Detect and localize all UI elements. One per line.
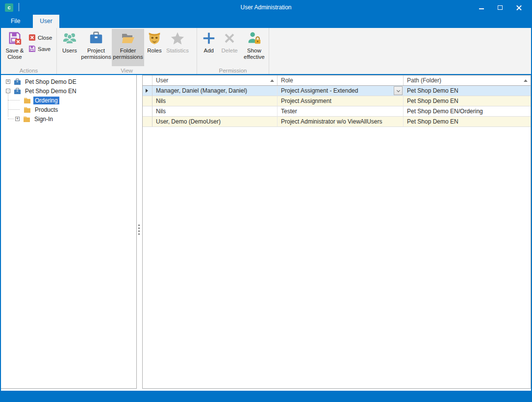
person-lock-icon bbox=[246, 30, 262, 46]
tab-user[interactable]: User bbox=[33, 15, 59, 28]
plus-icon bbox=[201, 30, 217, 46]
row-indicator bbox=[143, 96, 152, 106]
grid-cell-user[interactable]: User, Demo (DemoUser) bbox=[152, 117, 278, 127]
folder-permissions-label: Folder permissions bbox=[112, 48, 144, 60]
tree-connector bbox=[8, 119, 14, 119]
maximize-icon bbox=[498, 5, 503, 10]
folder-tree: + Pet Shop Demo DE - bbox=[1, 75, 137, 389]
mask-icon bbox=[147, 30, 162, 46]
grid-cell-path[interactable]: Pet Shop Demo EN bbox=[404, 96, 531, 106]
close-window-button[interactable] bbox=[509, 0, 528, 15]
grid-cell-user[interactable]: Manager, Daniel (Manager, Daniel) bbox=[152, 86, 278, 96]
roles-label: Roles bbox=[147, 48, 161, 54]
minimize-button[interactable] bbox=[472, 0, 491, 15]
tree-item-label-selected: Ordering bbox=[33, 97, 59, 104]
folder-icon bbox=[23, 116, 30, 123]
grid-cell-path[interactable]: Pet Shop Demo EN bbox=[404, 117, 531, 127]
grid-cell-user[interactable]: Nils bbox=[152, 96, 278, 106]
grid-header-row: User Role Path (Folder) bbox=[143, 75, 531, 86]
tree-item-products[interactable]: Products bbox=[1, 105, 136, 114]
close-label: Close bbox=[38, 35, 52, 41]
folder-icon bbox=[24, 97, 31, 104]
show-effective-label: Show effective bbox=[241, 48, 268, 60]
grid-cell-path[interactable]: Pet Shop Demo EN/Ordering bbox=[404, 106, 531, 117]
roles-button[interactable]: Roles bbox=[144, 29, 165, 66]
tree-item-ordering[interactable]: Ordering bbox=[1, 96, 136, 105]
grid-cell-role[interactable]: Tester bbox=[278, 106, 404, 117]
group-label-permission: Permission bbox=[197, 68, 269, 74]
tree-item-sign-in[interactable]: + Sign-In bbox=[1, 114, 136, 124]
window-title: User Administration bbox=[0, 0, 532, 15]
x-icon bbox=[222, 30, 237, 46]
group-label-view: View bbox=[57, 68, 197, 74]
row-indicator bbox=[143, 117, 152, 127]
delete-button: Delete bbox=[218, 29, 240, 66]
grid-header-indicator bbox=[143, 75, 152, 85]
ribbon: Save & Close Close bbox=[0, 28, 532, 75]
ribbon-tab-bar: File User bbox=[0, 15, 532, 28]
grid-header-user[interactable]: User bbox=[152, 75, 278, 85]
open-folder-icon bbox=[120, 30, 136, 46]
current-row-icon bbox=[146, 89, 148, 93]
permissions-grid: User Role Path (Folder) Manager, Daniel … bbox=[142, 75, 531, 389]
tree-item-label: Pet Shop Demo DE bbox=[24, 78, 78, 86]
collapse-icon[interactable]: - bbox=[6, 89, 10, 93]
window-controls bbox=[472, 0, 528, 15]
statistics-label: Statistics bbox=[166, 48, 189, 54]
briefcase-icon bbox=[88, 30, 104, 46]
grid-cell-role[interactable]: Project Administrator w/o ViewAllUsers bbox=[278, 117, 404, 127]
actions-small-buttons: Close Save bbox=[26, 33, 53, 55]
chevron-down-icon bbox=[396, 88, 400, 92]
row-indicator bbox=[143, 86, 152, 96]
project-permissions-button[interactable]: Project permissions bbox=[80, 29, 112, 66]
splitter-grip-icon bbox=[138, 225, 140, 235]
panel-splitter[interactable] bbox=[137, 75, 142, 389]
grid-cell-role[interactable]: Project Assignment bbox=[278, 96, 404, 106]
users-button[interactable]: Users bbox=[59, 29, 80, 66]
role-dropdown-button[interactable] bbox=[394, 86, 403, 95]
save-button[interactable]: Save bbox=[26, 44, 53, 53]
grid-row-2[interactable]: Nils Project Assignment Pet Shop Demo EN bbox=[143, 96, 531, 106]
tree-item-pet-shop-demo-en[interactable]: - Pet Shop Demo EN bbox=[1, 86, 136, 96]
save-label: Save bbox=[38, 46, 51, 52]
grid-cell-path[interactable]: Pet Shop Demo EN bbox=[404, 86, 531, 96]
minimize-icon bbox=[479, 8, 484, 9]
sort-asc-icon bbox=[524, 79, 528, 82]
tab-file[interactable]: File bbox=[4, 15, 27, 28]
grid-cell-user[interactable]: Nils bbox=[152, 106, 278, 117]
expand-icon[interactable]: + bbox=[6, 79, 10, 84]
folder-icon bbox=[24, 106, 31, 113]
tree-connector bbox=[8, 100, 20, 100]
close-button[interactable]: Close bbox=[26, 33, 53, 42]
row-indicator bbox=[143, 106, 152, 117]
add-label: Add bbox=[203, 48, 213, 54]
star-icon bbox=[170, 30, 185, 46]
statistics-button: Statistics bbox=[165, 29, 190, 66]
grid-header-role[interactable]: Role bbox=[278, 75, 404, 85]
grid-row-3[interactable]: Nils Tester Pet Shop Demo EN/Ordering bbox=[143, 106, 531, 117]
grid-row-4[interactable]: User, Demo (DemoUser) Project Administra… bbox=[143, 117, 531, 127]
save-icon bbox=[28, 45, 36, 53]
ribbon-group-actions: Save & Close Close bbox=[1, 28, 57, 74]
project-permissions-label: Project permissions bbox=[80, 48, 112, 60]
tree-item-pet-shop-demo-de[interactable]: + Pet Shop Demo DE bbox=[1, 77, 136, 86]
save-and-close-button[interactable]: Save & Close bbox=[3, 29, 26, 66]
grid-row-1[interactable]: Manager, Daniel (Manager, Daniel) Projec… bbox=[143, 86, 531, 96]
users-label: Users bbox=[62, 48, 77, 54]
project-icon bbox=[14, 78, 21, 85]
tree-item-label: Products bbox=[33, 106, 59, 114]
tree-item-label: Pet Shop Demo EN bbox=[24, 87, 78, 95]
main-area: + Pet Shop Demo DE - bbox=[0, 75, 532, 391]
add-button[interactable]: Add bbox=[199, 29, 218, 66]
expand-icon[interactable]: + bbox=[15, 117, 20, 121]
folder-permissions-button[interactable]: Folder permissions bbox=[112, 29, 144, 66]
close-action-icon bbox=[28, 34, 36, 42]
grid-cell-role[interactable]: Project Assigment - Extended bbox=[278, 86, 404, 96]
delete-label: Delete bbox=[221, 48, 237, 54]
maximize-button[interactable] bbox=[491, 0, 509, 15]
ribbon-group-view: Users Project permissions bbox=[57, 28, 197, 74]
grid-header-path[interactable]: Path (Folder) bbox=[404, 75, 531, 85]
title-bar: c User Administration bbox=[0, 0, 532, 15]
tree-item-label: Sign-In bbox=[33, 115, 54, 123]
show-effective-button[interactable]: Show effective bbox=[241, 29, 268, 66]
